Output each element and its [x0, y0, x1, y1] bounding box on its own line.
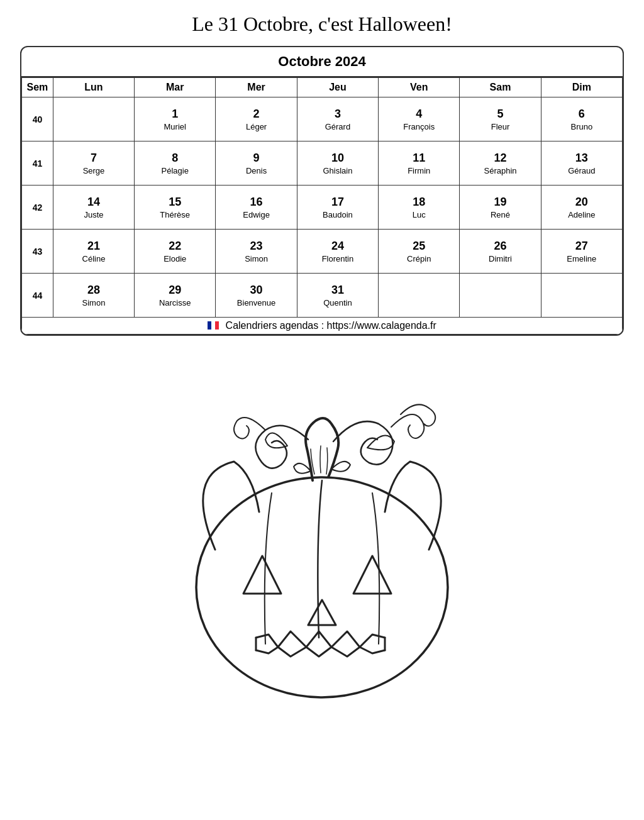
day-saint-name: Baudoin	[299, 210, 377, 219]
day-saint-name: Séraphin	[461, 166, 539, 175]
calendar-day-cell: 28Simon	[53, 274, 134, 318]
day-saint-name: Gérard	[299, 122, 377, 131]
day-saint-name: Simon	[217, 254, 295, 263]
day-saint-name: Florentin	[299, 254, 377, 263]
day-saint-name: Simon	[55, 298, 133, 308]
week-number: 42	[22, 186, 53, 230]
day-number: 9	[217, 152, 295, 165]
week-number: 44	[22, 274, 53, 318]
week-number: 43	[22, 230, 53, 274]
day-number: 23	[217, 240, 295, 253]
calendar-day-cell: 14Juste	[53, 186, 134, 230]
svg-rect-2	[215, 321, 219, 330]
calendar-container: Octobre 2024 Sem Lun Mar Mer Jeu Ven Sam…	[20, 46, 624, 336]
col-header-mar: Mar	[135, 78, 216, 97]
calendar-day-cell: 15Thérèse	[135, 186, 216, 230]
day-number: 19	[461, 196, 539, 209]
col-header-sem: Sem	[22, 78, 53, 97]
calendar-footer-row: Calendriers agendas : https://www.calage…	[22, 318, 623, 335]
week-number: 40	[22, 97, 53, 141]
pumpkin-section	[13, 348, 631, 713]
day-number: 21	[55, 240, 133, 253]
calendar-week-row: 401Muriel2Léger3Gérard4François5Fleur6Br…	[22, 97, 623, 141]
day-number: 22	[136, 240, 214, 253]
day-number: 2	[217, 108, 295, 121]
day-number: 29	[136, 284, 214, 297]
col-header-jeu: Jeu	[297, 78, 378, 97]
day-saint-name: Juste	[55, 210, 133, 219]
day-saint-name: Bruno	[543, 122, 621, 131]
day-number: 16	[217, 196, 295, 209]
calendar-day-cell: 4François	[379, 97, 460, 141]
footer-text: Calendriers agendas : https://www.calage…	[226, 320, 436, 331]
day-saint-name: Luc	[380, 210, 458, 219]
day-number: 10	[299, 152, 377, 165]
calendar-day-cell: 3Gérard	[297, 97, 378, 141]
calendar-day-cell: 6Bruno	[541, 97, 622, 141]
day-saint-name: Firmin	[380, 166, 458, 175]
day-saint-name: Adeline	[543, 210, 621, 219]
calendar-day-cell: 5Fleur	[460, 97, 541, 141]
calendar-day-cell: 26Dimitri	[460, 230, 541, 274]
day-saint-name: Muriel	[136, 122, 214, 131]
calendar-day-cell: 19René	[460, 186, 541, 230]
day-number: 20	[543, 196, 621, 209]
col-header-lun: Lun	[53, 78, 134, 97]
calendar-day-cell: 11Firmin	[379, 141, 460, 186]
calendar-day-cell: 23Simon	[216, 230, 297, 274]
day-saint-name: Edwige	[217, 210, 295, 219]
day-number: 14	[55, 196, 133, 209]
day-saint-name: Géraud	[543, 166, 621, 175]
calendar-day-cell: 27Emeline	[541, 230, 622, 274]
day-saint-name: Denis	[217, 166, 295, 175]
calendar-day-cell: 24Florentin	[297, 230, 378, 274]
day-number: 30	[217, 284, 295, 297]
calendar-day-cell	[541, 274, 622, 318]
calendar-header: Octobre 2024	[21, 47, 623, 77]
day-saint-name: Elodie	[136, 254, 214, 263]
day-number: 27	[543, 240, 621, 253]
day-number: 12	[461, 152, 539, 165]
calendar-day-cell: 9Denis	[216, 141, 297, 186]
flag-icon	[208, 321, 219, 330]
svg-point-3	[196, 477, 448, 697]
pumpkin-image	[146, 348, 498, 713]
day-number: 3	[299, 108, 377, 121]
day-number: 28	[55, 284, 133, 297]
calendar-day-cell	[53, 97, 134, 141]
week-number: 41	[22, 141, 53, 186]
day-saint-name: Bienvenue	[217, 298, 295, 308]
calendar-week-row: 417Serge8Pélagie9Denis10Ghislain11Firmin…	[22, 141, 623, 186]
day-saint-name: Crépin	[380, 254, 458, 263]
calendar-day-cell: 17Baudoin	[297, 186, 378, 230]
day-number: 25	[380, 240, 458, 253]
calendar-day-cell: 31Quentin	[297, 274, 378, 318]
calendar-day-cell: 7Serge	[53, 141, 134, 186]
day-saint-name: Céline	[55, 254, 133, 263]
calendar-day-cell: 10Ghislain	[297, 141, 378, 186]
calendar-footer-cell: Calendriers agendas : https://www.calage…	[22, 318, 623, 335]
calendar-day-cell: 25Crépin	[379, 230, 460, 274]
calendar-week-row: 4214Juste15Thérèse16Edwige17Baudoin18Luc…	[22, 186, 623, 230]
day-number: 24	[299, 240, 377, 253]
day-saint-name: Quentin	[299, 298, 377, 308]
svg-rect-1	[211, 321, 215, 330]
calendar-day-cell: 13Géraud	[541, 141, 622, 186]
day-number: 11	[380, 152, 458, 165]
day-saint-name: Fleur	[461, 122, 539, 131]
day-number: 7	[55, 152, 133, 165]
day-number: 6	[543, 108, 621, 121]
calendar-day-cell: 30Bienvenue	[216, 274, 297, 318]
day-saint-name: Pélagie	[136, 166, 214, 175]
col-header-ven: Ven	[379, 78, 460, 97]
day-saint-name: Emeline	[543, 254, 621, 263]
calendar-day-cell: 22Elodie	[135, 230, 216, 274]
day-number: 26	[461, 240, 539, 253]
day-number: 17	[299, 196, 377, 209]
calendar-day-cell: 21Céline	[53, 230, 134, 274]
svg-rect-0	[208, 321, 211, 330]
calendar-day-cell: 16Edwige	[216, 186, 297, 230]
calendar-day-cell: 12Séraphin	[460, 141, 541, 186]
day-number: 5	[461, 108, 539, 121]
calendar-table: Sem Lun Mar Mer Jeu Ven Sam Dim 401Murie…	[21, 77, 623, 335]
